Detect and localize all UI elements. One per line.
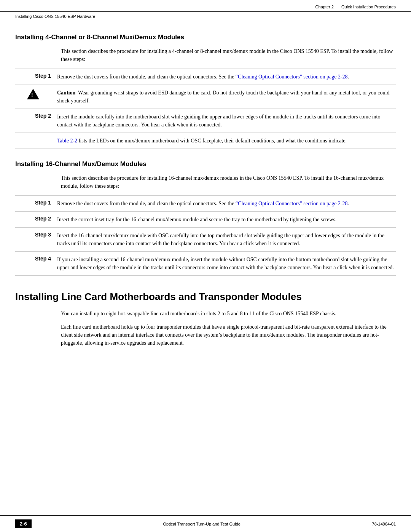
s2-step4-label: Step 4 xyxy=(15,252,57,276)
step1-label: Step 1 xyxy=(15,69,57,85)
breadcrumb-text: Installing Cisco ONS 15540 ESP Hardware xyxy=(15,14,95,19)
table-row: Step 2 Insert the correct inset tray for… xyxy=(15,212,396,228)
s2-step1-label: Step 1 xyxy=(15,196,57,212)
breadcrumb: Installing Cisco ONS 15540 ESP Hardware xyxy=(0,12,411,22)
header-right: Chapter 2 Quick Installation Procedures xyxy=(315,5,396,9)
caution-label: Caution xyxy=(57,90,75,96)
page-container: Chapter 2 Quick Installation Procedures … xyxy=(0,0,411,532)
note-text: lists the LEDs on the mux/demux motherbo… xyxy=(77,138,347,144)
s2-step3-content: Insert the 16-channel mux/demux module w… xyxy=(57,228,396,252)
major-section-heading: Installing Line Card Motherboards and Tr… xyxy=(15,291,396,303)
major-section-para2: Each line card motherboard holds up to f… xyxy=(61,323,396,347)
s2-step1-link[interactable]: “Cleaning Optical Connectors” section on… xyxy=(236,201,348,206)
note-label-cell xyxy=(15,133,57,149)
step2-label: Step 2 xyxy=(15,109,57,133)
caution-content: Caution Wear grounding wrist straps to a… xyxy=(57,85,396,109)
note-content: Table 2-2 lists the LEDs on the mux/demu… xyxy=(57,133,396,149)
section1-intro: This section describes the procedure for… xyxy=(61,47,396,63)
step2-content: Insert the module carefully into the mot… xyxy=(57,109,396,133)
s2-step2-content: Insert the correct inset tray for the 16… xyxy=(57,212,396,228)
table-row: Step 1 Remove the dust covers from the m… xyxy=(15,196,396,212)
step1-link[interactable]: “Cleaning Optical Connectors” section on… xyxy=(236,74,348,80)
section1-steps-table: Step 1 Remove the dust covers from the m… xyxy=(15,69,396,149)
caution-row: Caution Wear grounding wrist straps to a… xyxy=(15,85,396,109)
page-header: Chapter 2 Quick Installation Procedures xyxy=(0,0,411,12)
s2-step4-content: If you are installing a second 16-channe… xyxy=(57,252,396,276)
step1-text-after: . xyxy=(348,74,349,80)
step1-text-before: Remove the dust covers from the module, … xyxy=(57,74,236,80)
table-ref-link[interactable]: Table 2-2 xyxy=(57,138,77,144)
step1-content: Remove the dust covers from the module, … xyxy=(57,69,396,85)
section2-heading: Installing 16-Channel Mux/Demux Modules xyxy=(15,160,396,168)
major-section: Installing Line Card Motherboards and Tr… xyxy=(15,291,396,347)
s2-step3-label: Step 3 xyxy=(15,228,57,252)
table-row: Step 2 Insert the module carefully into … xyxy=(15,109,396,133)
table-row: Step 1 Remove the dust covers from the m… xyxy=(15,69,396,85)
caution-icon-cell xyxy=(15,85,57,109)
section2-steps-table: Step 1 Remove the dust covers from the m… xyxy=(15,195,396,276)
table-row: Table 2-2 lists the LEDs on the mux/demu… xyxy=(15,133,396,149)
s2-step1-text-before: Remove the dust covers from the module, … xyxy=(57,201,236,206)
caution-text: Wear grounding wrist straps to avoid ESD… xyxy=(57,90,389,104)
s2-step2-label: Step 2 xyxy=(15,212,57,228)
section2: Installing 16-Channel Mux/Demux Modules … xyxy=(15,160,396,276)
footer-center-text: Optical Transport Turn-Up and Test Guide xyxy=(163,522,241,526)
section1-heading: Installing 4-Channel or 8-Channel Mux/De… xyxy=(15,34,396,41)
section2-intro: This section describes the procedure for… xyxy=(61,174,396,190)
warning-icon xyxy=(27,89,39,99)
table-row: Step 4 If you are installing a second 16… xyxy=(15,252,396,276)
header-chapter: Chapter 2 xyxy=(315,5,334,9)
table-row: Step 3 Insert the 16-channel mux/demux m… xyxy=(15,228,396,252)
footer-right-text: 78-14964-01 xyxy=(372,522,396,526)
page-footer: 2-6 Optical Transport Turn-Up and Test G… xyxy=(0,515,411,532)
page-number: 2-6 xyxy=(15,519,32,528)
s2-step1-content: Remove the dust covers from the module, … xyxy=(57,196,396,212)
header-section: Quick Installation Procedures xyxy=(341,5,396,9)
major-section-para1: You can install up to eight hot-swappabl… xyxy=(61,310,396,318)
section1: Installing 4-Channel or 8-Channel Mux/De… xyxy=(15,34,396,149)
s2-step1-text-after: . xyxy=(348,201,349,206)
main-content: Installing 4-Channel or 8-Channel Mux/De… xyxy=(0,22,411,532)
